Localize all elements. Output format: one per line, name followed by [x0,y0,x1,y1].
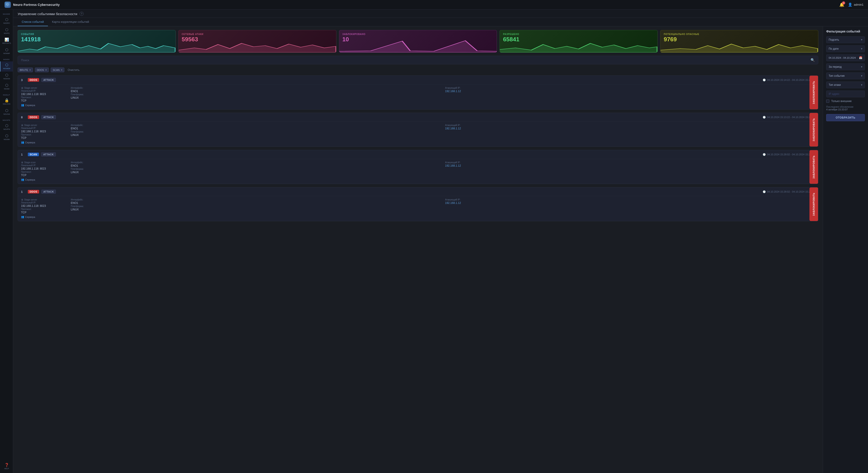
username: admin1 [854,3,864,6]
filter-ip-input[interactable] [826,91,865,97]
filter-attack-type-label: Тип атаки [829,83,841,87]
help-label: HELP [4,468,9,470]
event-2-server-row: 👥 Сервера [21,178,66,181]
tabs-bar: Список событий Карта корреляции событий [13,18,868,26]
filter-attack-type-select[interactable]: Тип атаки ▾ [826,81,865,88]
chip-ddos[interactable]: DDOS × [35,68,49,72]
event-2-attacking-label: Атакующий IP: [445,161,815,164]
event-0-number: 3 [21,78,26,82]
sidebar-item-ngips[interactable]: ⬡ NGIPS [0,26,13,36]
sidebar-section-ngxdr: NGXDR [0,11,13,16]
event-2-server-label: 🖥 Stage-scan [21,161,66,164]
stat-card-events: СОБЫТИЯ 141918 [18,30,176,53]
filter-period-select[interactable]: За период ▾ [826,63,865,70]
stat-allowed-chart [500,40,657,53]
event-3-platform-value: LINUX [71,208,440,211]
event-0-platform-value: LINUX [71,96,440,99]
ngsm-label: NGSM [4,88,9,90]
event-3-attacking-field: Атакующий IP: 192.168.1.12 [445,198,815,218]
chip-brute-label: BRUTE [20,69,28,71]
right-panel: Фильтрация событий Подсеть ▾ По дате ▾ 0… [823,26,868,473]
ngsiem-icon: ⬡ [5,63,8,67]
filter-date-select[interactable]: По дате ▾ [826,45,865,52]
search-input[interactable] [21,59,808,62]
event-card-3-header: 1 DDOS ATTACK 🕐 04.10.2024 15:28:02 - 04… [18,188,818,196]
event-1-interface-label: Интерфейс: [71,124,440,127]
topbar: 🛡 Neuro Fortress Cybersecurity 🔔 1 👤 adm… [0,0,868,9]
stat-allowed-label: РАЗРЕШЕНО [503,33,654,35]
sidebar-item-help[interactable]: ❓ HELP [3,462,10,472]
sidebar-item-ngsim[interactable]: ⬡ NGSIM [0,132,13,142]
chip-brute[interactable]: BRUTE × [18,68,33,72]
event-1-localip-value: 192.168.1.118: 8023 [21,130,66,133]
sidebar-item-ngsm[interactable]: ⬡ NGSM [0,82,13,92]
user-menu[interactable]: 👤 admin1 [848,2,864,7]
filter-event-type-select[interactable]: Тип события ▾ [826,72,865,79]
main-panel: СОБЫТИЯ 141918 СЕТЕВЫЕ АТАКИ 59563 [13,26,823,473]
reports-icon: 📊 [4,38,9,41]
sidebar-item-ngdrc[interactable]: ⬡ NGDRC [0,16,13,26]
sidebar-item-ngusa[interactable]: ⬡ NGUSA [0,107,13,117]
event-3-block-button[interactable]: ЗАБЛОКИРОВАТЬ [809,188,818,221]
server-icon-3: 🖥 [21,198,23,201]
sidebar-item-ngsiem[interactable]: ⬡ NGSIEM [0,61,13,72]
sidebar-item-ngdsn[interactable]: ⬡ NGDSN [0,72,13,82]
filter-event-type-label: Тип события [829,74,844,77]
notifications-button[interactable]: 🔔 1 [839,2,844,7]
event-1-time-value: 04.10.2024 15:13:22 - 04.10.2024 15:28:0… [767,116,815,119]
chip-ddos-close[interactable]: × [45,68,47,71]
ngsm-icon: ⬡ [5,83,8,87]
event-3-localip-label: Локальный IP: [21,201,66,204]
event-1-attacking-field: Атакующий IP: 192.168.1.12 [445,124,815,144]
event-1-block-button[interactable]: ЗАБЛОКИРОВАТЬ [809,113,818,146]
search-icon[interactable]: 🔍 [811,58,815,62]
stat-netattacks-chart [179,40,336,53]
event-1-attacking-label: Атакующий IP: [445,124,815,127]
clear-filters-button[interactable]: Очистить [66,68,81,72]
sidebar-item-ngvpn[interactable]: ⬡ NGVPN [0,122,13,132]
apply-filter-button[interactable]: ОТОБРАЗИТЬ [826,114,865,121]
filter-subnet-select[interactable]: Подсеть ▾ [826,36,865,43]
last-update-label: Последнее обновление [826,105,865,108]
filter-external-only-row[interactable]: Только внешние [826,100,865,103]
event-0-block-button[interactable]: ЗАБЛОКИРОВАТЬ [809,76,818,109]
help-question-icon: ? [81,12,82,15]
sidebar-item-nglock[interactable]: 🔒 NGLOCK [0,97,13,107]
filter-chips: BRUTE × DDOS × SCAN × Очистить [18,68,818,72]
search-bar[interactable]: 🔍 [18,56,818,64]
ngids-label: NGIDS [3,59,10,61]
event-0-attacking-field: Атакующий IP: 192.168.1.12 [445,87,815,107]
stat-dangerous-chart [660,40,818,53]
event-3-protocol-label: Протокол: [21,208,66,210]
event-0-platform-label: Платформа: [71,93,440,96]
event-3-interface-label: Интерфейс: [71,198,440,201]
filter-date-range[interactable]: 04.10.2024 - 04.10.2024 📅 [826,55,865,61]
event-0-server-label: 🖥 Stage-server [21,87,66,89]
event-card-0: 3 DDOS ATTACK 🕐 04.10.2024 15:14:22 - 04… [18,75,818,109]
event-2-block-button[interactable]: ЗАБЛОКИРОВАТЬ [809,150,818,184]
tab-events-list[interactable]: Список событий [18,18,48,26]
event-1-badge-ddos: DDOS [28,115,39,119]
event-3-server-tag: 👥 Сервера [21,215,35,218]
chip-scan[interactable]: SCAN × [51,68,64,72]
filter-period-label: За период [829,65,842,68]
event-1-number: 8 [21,115,26,119]
chip-scan-close[interactable]: × [61,68,63,71]
nglock-icon: 🔒 [4,99,9,102]
filter-external-only-label: Только внешние [831,100,852,103]
sidebar-item-ngwaf[interactable]: ⬡ NGWAF [0,46,13,57]
event-1-server-tag: 👥 Сервера [21,141,35,144]
chip-brute-close[interactable]: × [29,68,31,71]
chip-ddos-label: DDOS [37,69,44,71]
event-2-attacking-field: Атакующий IP: 192.168.1.12 [445,161,815,181]
ngdrc-label: NGDRC [3,22,10,24]
tab-correlation-map[interactable]: Карта корреляции событий [48,18,93,26]
event-2-badge-attack: ATTACK [41,153,56,157]
event-3-server-row: 👥 Сервера [21,215,66,218]
ngdlp-section-label: NGDLP [3,94,10,96]
sidebar-item-reports[interactable]: 📊 REPORTS [0,36,13,46]
filter-external-only-checkbox[interactable] [826,100,829,103]
sidebar-section-ngdlp: NGDLP [0,92,13,97]
help-tooltip-button[interactable]: ? [80,12,84,16]
event-1-attacking-value: 192.168.1.12 [445,127,815,130]
